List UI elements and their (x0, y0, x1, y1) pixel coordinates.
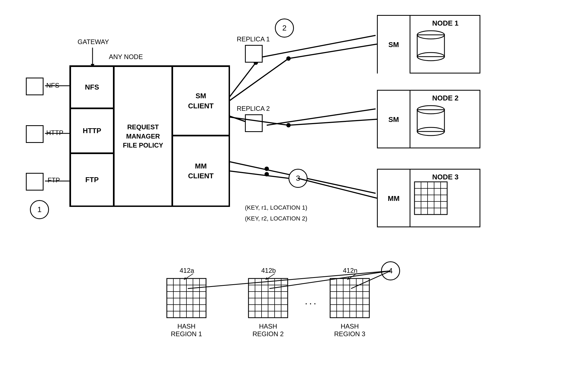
key-location2-label: (KEY, r2, LOCATION 2) (245, 215, 307, 222)
node3-label: NODE 3 (432, 173, 459, 181)
circle-1: 1 (30, 200, 49, 219)
node1-sm-label: SM (388, 41, 399, 49)
sm-client-box: SMCLIENT (172, 66, 229, 136)
circle-3: 3 (288, 169, 308, 188)
client-box-nfs (26, 78, 44, 95)
hash-region1-label: HASHREGION 1 (166, 323, 207, 338)
svg-line-70 (229, 59, 288, 101)
node2-container: SM NODE 2 (377, 90, 480, 148)
key-location1-label: (KEY, r1, LOCATION 1) (245, 204, 307, 211)
http-inner-box: HTTP (70, 108, 114, 153)
svg-line-71 (288, 44, 377, 59)
node2-label: NODE 2 (432, 94, 459, 102)
node1-label: NODE 1 (432, 19, 459, 27)
hash-region2-label: HASHREGION 2 (248, 323, 288, 338)
svg-line-67 (229, 171, 288, 178)
dots-label: ... (305, 295, 318, 307)
replica1-box (245, 45, 263, 63)
nfs-inner-box: NFS (70, 66, 114, 108)
svg-line-68 (298, 178, 377, 198)
node1-container: SM NODE 1 (377, 15, 480, 74)
node3-mm-inner: MM (378, 170, 410, 227)
circle-4: 4 (381, 261, 400, 280)
node1-sm-inner: SM (378, 16, 410, 74)
sm-client-label: SMCLIENT (188, 91, 214, 111)
gateway-label: GATEWAY (78, 38, 109, 46)
replica2-box (245, 114, 263, 132)
http-inner-label: HTTP (83, 127, 101, 135)
node3-mm-label: MM (388, 194, 400, 203)
hash-region3-label: HASHREGION 3 (329, 323, 370, 338)
svg-line-8 (261, 35, 376, 57)
mm-client-box: MMCLIENT (172, 136, 229, 206)
circle-2: 2 (275, 19, 294, 38)
node2-sm-label: SM (388, 115, 399, 124)
hash-grid-1 (166, 278, 207, 318)
ftp-protocol-label: FTP (48, 176, 60, 184)
request-manager-label: REQUESTMANAGERFILE POLICY (123, 122, 163, 150)
client-box-ftp (26, 173, 44, 191)
nfs-inner-label: NFS (85, 83, 99, 91)
svg-point-75 (286, 123, 291, 127)
svg-line-74 (288, 119, 377, 125)
nfs-protocol-label: NFS (46, 82, 59, 89)
any-node-label: ANY NODE (109, 53, 143, 61)
replica2-label: REPLICA 2 (237, 105, 270, 112)
mm-client-label: MMCLIENT (188, 161, 214, 181)
client-box-http (26, 125, 44, 143)
node2-sm-inner: SM (378, 91, 410, 148)
http-protocol-label: HTTP (46, 129, 63, 137)
hash-grid-2 (248, 278, 288, 318)
request-manager-box: REQUESTMANAGERFILE POLICY (114, 66, 172, 206)
svg-point-13 (265, 167, 269, 171)
replica1-label: REPLICA 1 (237, 35, 270, 43)
svg-line-9 (267, 109, 376, 125)
ftp-inner-label: FTP (85, 176, 99, 184)
hash-grid-3 (329, 278, 370, 318)
svg-point-72 (286, 56, 291, 61)
node3-container: MM NODE 3 (377, 169, 480, 227)
svg-point-69 (265, 172, 269, 176)
ftp-inner-box: FTP (70, 153, 114, 206)
svg-rect-22 (414, 182, 447, 215)
